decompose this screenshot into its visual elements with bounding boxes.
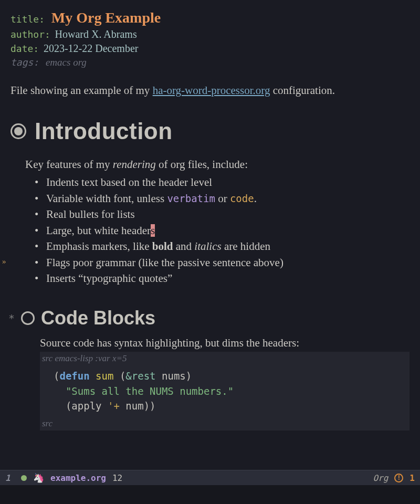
document-date: 2023-12-22 December: [44, 43, 139, 54]
modeline-major-mode[interactable]: Org: [373, 473, 388, 483]
meta-author-row: author: Howard X. Abrams: [10, 28, 410, 40]
source-block[interactable]: src emacs-lisp :var x=5 (defun sum (&res…: [40, 352, 410, 430]
meta-author-key: author:: [10, 29, 50, 40]
intro-paragraph: File showing an example of my ha-org-wor…: [10, 83, 410, 98]
modeline[interactable]: 1 🦄 example.org 12 Org ! 1: [0, 470, 420, 485]
modeline-unicorn-icon: 🦄: [33, 472, 44, 483]
list-item: Variable width font, unless verbatim or …: [35, 191, 410, 206]
modeline-line-number: 1: [5, 473, 15, 483]
features-intro-line: Key features of my rendering of org file…: [25, 158, 410, 171]
list-item: Real bullets for lists: [35, 206, 410, 222]
list-item: Inserts “typographic quotes”: [35, 270, 410, 286]
list-item: Indents text based on the header level: [35, 174, 410, 190]
source-block-header: src emacs-lisp :var x=5: [40, 352, 410, 365]
editor-buffer[interactable]: title: My Org Example author: Howard X. …: [0, 0, 420, 470]
document-author: Howard X. Abrams: [55, 28, 137, 40]
meta-title-key: title:: [10, 14, 45, 25]
document-tags: emacs org: [46, 57, 87, 68]
verbatim-text: verbatim: [167, 193, 215, 204]
meta-date-key: date:: [10, 43, 39, 54]
list-item: Flags poor grammar (like the passive sen…: [35, 255, 410, 270]
code-section-para: Source code has syntax highlighting, but…: [40, 337, 410, 350]
modeline-status-dot-icon: [21, 475, 27, 481]
meta-date-row: date: 2023-12-22 December: [10, 43, 410, 55]
list-item: Large, but white headers: [35, 223, 410, 238]
heading-introduction[interactable]: Introduction: [10, 118, 410, 144]
warning-icon[interactable]: !: [394, 474, 403, 482]
heading-text: Code Blocks: [41, 307, 155, 329]
source-block-footer: src: [40, 417, 410, 430]
meta-title-row: title: My Org Example: [10, 9, 410, 26]
cursor-icon: s: [151, 224, 155, 237]
heading-star-icon: *: [8, 312, 15, 324]
document-title: My Org Example: [51, 9, 161, 26]
section-introduction: Introduction Key features of my renderin…: [10, 118, 410, 286]
meta-tags-key: tags:: [10, 57, 39, 68]
list-item: Emphasis markers, like bold and italics …: [35, 238, 410, 254]
meta-tags-row: tags: emacs org: [10, 57, 410, 68]
source-code[interactable]: (defun sum (&rest nums) "Sums all the NU…: [40, 365, 410, 417]
heading-text: Introduction: [35, 118, 173, 144]
fringe-marker-icon: »: [2, 257, 6, 266]
minibuffer[interactable]: [0, 485, 420, 504]
section-code-blocks: * Code Blocks Source code has syntax hig…: [10, 307, 410, 430]
feature-list: Indents text based on the header level V…: [35, 174, 410, 286]
code-text: code: [230, 193, 254, 204]
modeline-filename[interactable]: example.org: [50, 473, 106, 483]
heading-bullet-icon: [21, 311, 35, 325]
heading-bullet-icon: [10, 123, 26, 139]
modeline-warning-count[interactable]: 1: [410, 473, 415, 483]
modeline-column: 12: [112, 473, 122, 483]
config-link[interactable]: ha-org-word-processor.org: [153, 84, 270, 97]
heading-code-blocks[interactable]: * Code Blocks: [8, 307, 410, 329]
